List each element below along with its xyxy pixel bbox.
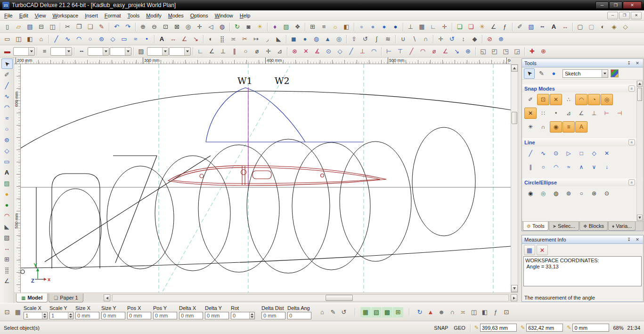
lights-icon[interactable]: ☼ bbox=[330, 22, 341, 32]
line-icon[interactable]: ╱ bbox=[51, 34, 62, 44]
menu-format[interactable]: Format bbox=[101, 11, 124, 20]
menu-workspace[interactable]: Workspace bbox=[49, 11, 82, 20]
arc-icon[interactable]: ◠ bbox=[73, 34, 84, 44]
close-icon[interactable]: ✕ bbox=[634, 60, 641, 67]
dim-diameter-icon[interactable]: ø bbox=[429, 46, 440, 57]
ellipse-rotated-icon[interactable]: ⊙ bbox=[601, 188, 613, 199]
line-perpendicular-icon[interactable]: ✕ bbox=[601, 148, 613, 159]
angle-snap-icon[interactable]: ∠ bbox=[206, 46, 217, 57]
array-tool-icon[interactable]: ⣿ bbox=[1, 265, 13, 275]
ortho-icon[interactable]: ∟ bbox=[428, 22, 439, 32]
trim-icon[interactable]: ✂ bbox=[239, 34, 250, 44]
zoom-extents-icon[interactable]: ⊠ bbox=[171, 22, 182, 32]
extend-icon[interactable]: ↦ bbox=[251, 34, 261, 44]
line-branch-icon[interactable]: ∨ bbox=[588, 161, 600, 173]
hidden-line-render-icon[interactable]: ● bbox=[367, 22, 378, 32]
dimension-icon[interactable]: ↔ bbox=[168, 34, 179, 44]
scrollbar-thumb[interactable] bbox=[326, 295, 353, 301]
no-brush-icon[interactable]: ⊘ bbox=[484, 34, 495, 44]
pin-icon[interactable]: ↧ bbox=[626, 60, 632, 67]
sphere-3d-icon[interactable]: ● bbox=[300, 34, 310, 44]
measurement-palette-header[interactable]: Measurement Info ↧ ✕ bbox=[522, 235, 643, 244]
line-parallel-icon[interactable]: ∥ bbox=[524, 161, 537, 173]
array-icon[interactable]: ⣿ bbox=[217, 34, 228, 44]
revolve-icon[interactable]: ↺ bbox=[360, 34, 371, 44]
shell-icon[interactable]: ◳ bbox=[500, 46, 511, 57]
line-style-icon[interactable]: ╍ bbox=[76, 46, 87, 57]
minimize-button[interactable]: ─ bbox=[595, 1, 609, 9]
snap-toggle-icon[interactable]: ✛ bbox=[439, 22, 450, 32]
measure-icon[interactable]: ∠ bbox=[488, 22, 499, 32]
collapse-chevron-icon[interactable]: « bbox=[628, 179, 635, 185]
close-button[interactable]: ✕ bbox=[623, 1, 642, 9]
circle-2point-icon[interactable]: ◍ bbox=[550, 188, 562, 199]
offset-icon[interactable]: ≍ bbox=[228, 34, 239, 44]
report-table-icon[interactable]: ▦ bbox=[524, 245, 535, 255]
menu-view[interactable]: View bbox=[32, 11, 49, 20]
selector-3d-icon[interactable]: ▧ bbox=[371, 307, 382, 317]
subtract-icon[interactable]: ∖ bbox=[409, 34, 420, 44]
previous-view-icon[interactable]: ◁ bbox=[205, 22, 216, 32]
drawing-canvas[interactable]: Y Z x W1W2 bbox=[21, 64, 511, 292]
tangent-icon[interactable]: ○ bbox=[240, 46, 251, 57]
insert-part-icon[interactable]: ● bbox=[1, 189, 13, 199]
duplicate-icon[interactable]: ◆ bbox=[469, 34, 480, 44]
dim-aligned-icon[interactable]: ╱ bbox=[406, 46, 417, 57]
chamfer-icon[interactable]: ◣ bbox=[273, 34, 284, 44]
snap-aperture-icon[interactable]: A bbox=[575, 121, 587, 133]
style-dropdown[interactable]: Sketch bbox=[562, 69, 608, 78]
group-icon[interactable]: ❏ bbox=[454, 22, 465, 32]
add-snap-icon[interactable]: ✚ bbox=[527, 46, 538, 57]
spinner[interactable] bbox=[249, 312, 254, 319]
prop-field-input[interactable]: 0 mm bbox=[127, 312, 151, 319]
extrude-icon[interactable]: ⇧ bbox=[349, 34, 359, 44]
dim-angle-icon[interactable]: ∠ bbox=[440, 46, 451, 57]
coordinate-value[interactable]: 0 mm bbox=[572, 324, 609, 332]
cylinder-3d-icon[interactable]: ◍ bbox=[311, 34, 322, 44]
alert-icon[interactable]: ▲ bbox=[425, 307, 436, 317]
union-icon[interactable]: ∪ bbox=[398, 34, 408, 44]
mdi-restore-button[interactable]: ❐ bbox=[619, 12, 630, 19]
snap-mark-tangent-icon[interactable]: ◠ bbox=[368, 46, 379, 57]
unlock-icon[interactable]: ◇ bbox=[620, 22, 631, 32]
collapse-chevron-icon[interactable]: « bbox=[628, 85, 635, 92]
cut-icon[interactable]: ✂ bbox=[62, 22, 73, 32]
selector-snap-icon[interactable]: ⊞ bbox=[393, 307, 403, 317]
title-bar[interactable]: 21 TurboCAD Deluxe 21.2 64-bit - [Kadłub… bbox=[0, 0, 644, 10]
snap-mark-angle-icon[interactable]: ∡ bbox=[312, 46, 323, 57]
dimension-properties-icon[interactable]: ↔ bbox=[560, 22, 571, 32]
scrollbar-thumb[interactable] bbox=[637, 88, 642, 101]
menu-modes[interactable]: Modes bbox=[165, 11, 187, 20]
prop-field-input[interactable]: 0 bbox=[231, 312, 255, 319]
save-icon[interactable]: ▤ bbox=[24, 22, 35, 32]
snap-quadrant-icon[interactable]: ◔ bbox=[588, 94, 600, 105]
magnetic-point-icon[interactable]: ∩ bbox=[537, 121, 549, 133]
pin-icon[interactable]: ↧ bbox=[626, 236, 632, 243]
redo-icon[interactable]: ↷ bbox=[122, 22, 133, 32]
workplane-icon[interactable]: ⊥ bbox=[405, 22, 416, 32]
circle-concentric-icon[interactable]: ◎ bbox=[537, 188, 549, 199]
insert-symbol-icon[interactable]: ♦ bbox=[269, 22, 280, 32]
coordinate-icon[interactable]: ✛ bbox=[263, 46, 274, 57]
circle-center-radius-icon[interactable]: ◉ bbox=[524, 188, 537, 199]
snap-priority-icon[interactable]: ≡ bbox=[562, 121, 575, 133]
angular-dimension-icon[interactable]: ∠ bbox=[179, 34, 190, 44]
prop-field-input[interactable]: 0 mm bbox=[101, 312, 125, 319]
facet-icon[interactable]: ◲ bbox=[512, 46, 522, 57]
line-multiline-icon[interactable]: ∿ bbox=[537, 148, 549, 159]
geo-toggle[interactable]: GEO bbox=[453, 325, 466, 331]
snap-settings-icon[interactable]: ⊕ bbox=[538, 46, 549, 57]
line-section-header[interactable]: Line « bbox=[522, 138, 643, 146]
fillet-icon[interactable]: ◞ bbox=[262, 34, 273, 44]
tab-paper-1[interactable]: ❏ Paper 1 bbox=[49, 293, 83, 302]
circle-tool-icon[interactable]: ○ bbox=[1, 124, 13, 134]
vertical-ruler[interactable]: 600 mm500 mm bbox=[14, 64, 21, 292]
selector-2d-icon[interactable]: ▦ bbox=[360, 307, 371, 317]
insert-image-icon[interactable]: ▨ bbox=[281, 22, 292, 32]
frames-icon[interactable]: ◧ bbox=[480, 307, 490, 317]
perpendicular-icon[interactable]: ⊥ bbox=[218, 46, 228, 57]
panel-scrollbar[interactable] bbox=[636, 81, 643, 221]
cells-icon[interactable]: ◫ bbox=[469, 307, 479, 317]
snap-grid-icon[interactable]: ∴ bbox=[562, 94, 575, 105]
collapse-chevron-icon[interactable]: « bbox=[628, 139, 635, 145]
